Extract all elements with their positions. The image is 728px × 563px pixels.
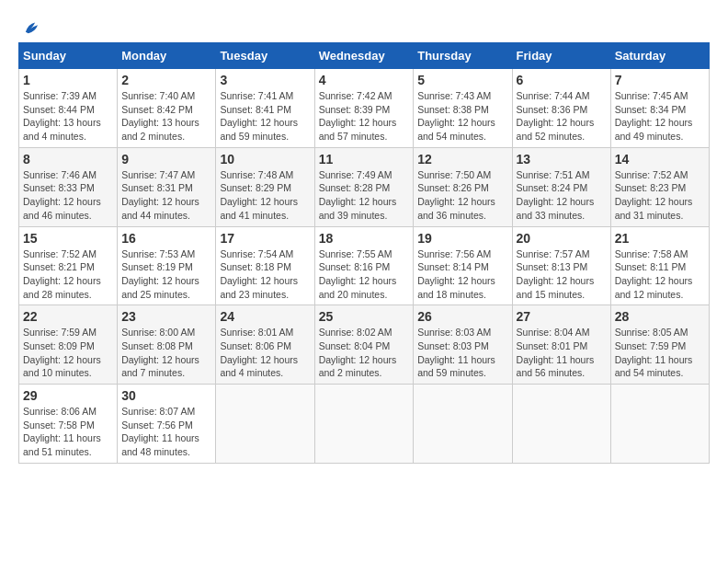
day-number: 4 [319,73,410,87]
day-detail: Sunrise: 8:01 AMSunset: 8:06 PMDaylight:… [220,326,310,380]
day-number: 30 [121,388,211,403]
day-detail: Sunrise: 7:44 AMSunset: 8:36 PMDaylight:… [517,89,607,144]
calendar-cell: 22 Sunrise: 7:59 AMSunset: 8:09 PMDaylig… [19,305,118,385]
calendar-week-row: 8 Sunrise: 7:46 AMSunset: 8:33 PMDayligh… [19,147,710,226]
day-number: 3 [220,73,310,87]
day-number: 1 [23,73,113,87]
day-detail: Sunrise: 7:42 AMSunset: 8:39 PMDaylight:… [319,89,410,144]
calendar-cell: 26 Sunrise: 8:03 AMSunset: 8:03 PMDaylig… [414,305,512,385]
day-detail: Sunrise: 7:55 AMSunset: 8:16 PMDaylight:… [319,247,410,302]
calendar-week-row: 29 Sunrise: 8:06 AMSunset: 7:58 PMDaylig… [19,385,710,464]
calendar-cell: 17 Sunrise: 7:54 AMSunset: 8:18 PMDaylig… [216,226,314,305]
day-number: 25 [319,309,410,324]
day-detail: Sunrise: 7:50 AMSunset: 8:26 PMDaylight:… [417,168,507,223]
calendar-cell: 12 Sunrise: 7:50 AMSunset: 8:26 PMDaylig… [414,147,512,226]
calendar-cell: 8 Sunrise: 7:46 AMSunset: 8:33 PMDayligh… [19,147,118,226]
calendar-cell [216,385,314,464]
calendar-week-row: 15 Sunrise: 7:52 AMSunset: 8:21 PMDaylig… [19,226,710,305]
day-number: 22 [23,309,113,324]
day-detail: Sunrise: 7:41 AMSunset: 8:41 PMDaylight:… [220,89,310,144]
day-detail: Sunrise: 7:43 AMSunset: 8:38 PMDaylight:… [417,89,507,144]
header-sunday: Sunday [19,43,118,69]
day-detail: Sunrise: 7:39 AMSunset: 8:44 PMDaylight:… [23,89,113,144]
day-detail: Sunrise: 7:40 AMSunset: 8:42 PMDaylight:… [121,89,211,144]
day-number: 10 [220,152,310,167]
day-number: 12 [417,152,507,167]
day-number: 14 [615,152,705,167]
calendar-cell: 11 Sunrise: 7:49 AMSunset: 8:28 PMDaylig… [314,147,414,226]
day-detail: Sunrise: 7:52 AMSunset: 8:23 PMDaylight:… [615,168,705,223]
calendar-cell: 15 Sunrise: 7:52 AMSunset: 8:21 PMDaylig… [19,226,118,305]
day-number: 13 [517,152,607,167]
day-number: 23 [121,309,211,324]
calendar-cell: 5 Sunrise: 7:43 AMSunset: 8:38 PMDayligh… [414,69,512,148]
header-friday: Friday [512,43,610,69]
header-wednesday: Wednesday [314,43,414,69]
calendar-cell: 1 Sunrise: 7:39 AMSunset: 8:44 PMDayligh… [19,69,118,148]
day-number: 16 [121,231,211,246]
day-number: 8 [23,152,113,167]
day-number: 19 [417,231,507,246]
day-number: 7 [615,73,705,87]
calendar-cell: 6 Sunrise: 7:44 AMSunset: 8:36 PMDayligh… [512,69,610,148]
logo-bird-icon [20,18,40,39]
day-detail: Sunrise: 7:58 AMSunset: 8:11 PMDaylight:… [615,247,705,302]
calendar-cell [512,385,610,464]
day-number: 29 [23,388,113,403]
header-thursday: Thursday [414,43,512,69]
day-number: 26 [417,309,507,324]
day-number: 5 [417,73,507,87]
calendar-cell [314,385,414,464]
calendar-cell: 28 Sunrise: 8:05 AMSunset: 7:59 PMDaylig… [610,305,709,385]
day-detail: Sunrise: 7:46 AMSunset: 8:33 PMDaylight:… [23,168,113,223]
day-number: 9 [121,152,211,167]
calendar-cell: 23 Sunrise: 8:00 AMSunset: 8:08 PMDaylig… [118,305,216,385]
day-detail: Sunrise: 8:03 AMSunset: 8:03 PMDaylight:… [417,326,507,380]
logo [18,18,40,35]
calendar-cell: 4 Sunrise: 7:42 AMSunset: 8:39 PMDayligh… [314,69,414,148]
calendar-cell: 13 Sunrise: 7:51 AMSunset: 8:24 PMDaylig… [512,147,610,226]
calendar-cell: 27 Sunrise: 8:04 AMSunset: 8:01 PMDaylig… [512,305,610,385]
calendar-header-row: SundayMondayTuesdayWednesdayThursdayFrid… [19,43,710,69]
day-detail: Sunrise: 8:05 AMSunset: 7:59 PMDaylight:… [615,326,705,380]
calendar-cell: 2 Sunrise: 7:40 AMSunset: 8:42 PMDayligh… [118,69,216,148]
day-detail: Sunrise: 7:52 AMSunset: 8:21 PMDaylight:… [23,247,113,302]
calendar-cell: 25 Sunrise: 8:02 AMSunset: 8:04 PMDaylig… [314,305,414,385]
day-number: 15 [23,231,113,246]
calendar-cell: 20 Sunrise: 7:57 AMSunset: 8:13 PMDaylig… [512,226,610,305]
calendar-cell: 29 Sunrise: 8:06 AMSunset: 7:58 PMDaylig… [19,385,118,464]
day-detail: Sunrise: 7:47 AMSunset: 8:31 PMDaylight:… [121,168,211,223]
day-number: 18 [319,231,410,246]
calendar-week-row: 22 Sunrise: 7:59 AMSunset: 8:09 PMDaylig… [19,305,710,385]
day-detail: Sunrise: 7:53 AMSunset: 8:19 PMDaylight:… [121,247,211,302]
calendar-cell: 21 Sunrise: 7:58 AMSunset: 8:11 PMDaylig… [610,226,709,305]
day-detail: Sunrise: 7:57 AMSunset: 8:13 PMDaylight:… [517,247,607,302]
day-detail: Sunrise: 7:51 AMSunset: 8:24 PMDaylight:… [517,168,607,223]
header-saturday: Saturday [610,43,709,69]
calendar-cell: 30 Sunrise: 8:07 AMSunset: 7:56 PMDaylig… [118,385,216,464]
day-number: 28 [615,309,705,324]
day-detail: Sunrise: 7:54 AMSunset: 8:18 PMDaylight:… [220,247,310,302]
day-detail: Sunrise: 7:49 AMSunset: 8:28 PMDaylight:… [319,168,410,223]
calendar-cell: 9 Sunrise: 7:47 AMSunset: 8:31 PMDayligh… [118,147,216,226]
day-detail: Sunrise: 7:45 AMSunset: 8:34 PMDaylight:… [615,89,705,144]
day-number: 6 [517,73,607,87]
calendar-cell: 7 Sunrise: 7:45 AMSunset: 8:34 PMDayligh… [610,69,709,148]
calendar-cell: 18 Sunrise: 7:55 AMSunset: 8:16 PMDaylig… [314,226,414,305]
day-detail: Sunrise: 7:56 AMSunset: 8:14 PMDaylight:… [417,247,507,302]
calendar-cell [414,385,512,464]
calendar-cell: 3 Sunrise: 7:41 AMSunset: 8:41 PMDayligh… [216,69,314,148]
day-detail: Sunrise: 8:04 AMSunset: 8:01 PMDaylight:… [517,326,607,380]
header-tuesday: Tuesday [216,43,314,69]
day-number: 2 [121,73,211,87]
calendar-cell: 14 Sunrise: 7:52 AMSunset: 8:23 PMDaylig… [610,147,709,226]
day-number: 24 [220,309,310,324]
day-number: 17 [220,231,310,246]
calendar-week-row: 1 Sunrise: 7:39 AMSunset: 8:44 PMDayligh… [19,69,710,148]
calendar-cell: 19 Sunrise: 7:56 AMSunset: 8:14 PMDaylig… [414,226,512,305]
day-number: 20 [517,231,607,246]
day-detail: Sunrise: 8:02 AMSunset: 8:04 PMDaylight:… [319,326,410,380]
calendar-cell: 16 Sunrise: 7:53 AMSunset: 8:19 PMDaylig… [118,226,216,305]
calendar-table: SundayMondayTuesdayWednesdayThursdayFrid… [18,42,710,464]
page-header [18,18,710,35]
